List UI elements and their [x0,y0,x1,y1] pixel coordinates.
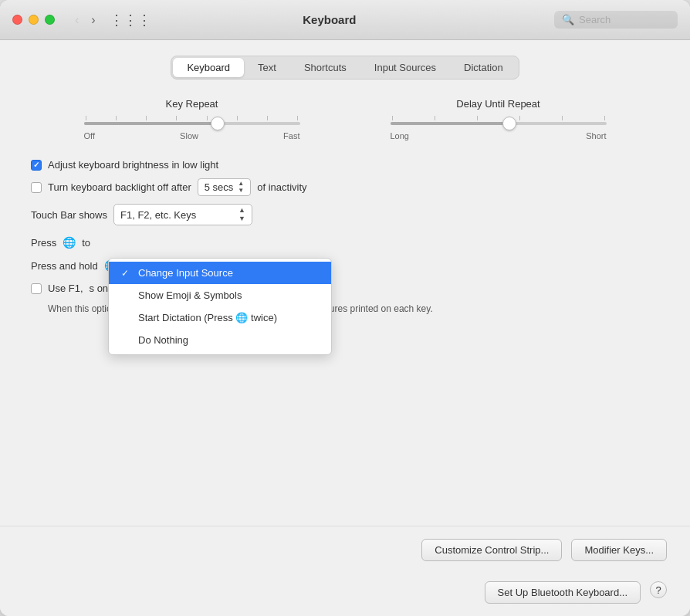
key-repeat-slow: Slow [180,131,198,140]
delay-repeat-slider-container [391,116,607,125]
tab-shortcuts[interactable]: Shortcuts [290,58,360,77]
dropdown-item-label: Do Nothing [138,334,188,346]
backlight-value: 5 secs [205,181,234,193]
key-repeat-slider-labels: Off Slow Fast [84,131,300,140]
tick [562,116,563,120]
bottom-buttons: Customize Control Strip... Modifier Keys… [0,526,690,574]
chevron-up-icon: ▲ [238,207,245,214]
keyboard-preferences-window: ‹ › ⋮⋮⋮ Keyboard 🔍 Keyboard Text Shortcu… [0,0,690,616]
key-repeat-fill [84,122,218,125]
delay-repeat-slider-labels: Long Short [391,131,607,140]
press-globe-row: Press 🌐 to ✓ Change Input Source Show Em… [31,236,659,249]
dropdown-chevron-icon: ▲ ▼ [238,207,245,222]
backlight-suffix: of inactivity [257,181,306,193]
footer-row: Set Up Bluetooth Keyboard... ? [0,574,690,616]
dropdown-item-label: Change Input Source [138,267,233,279]
brightness-checkbox[interactable] [31,160,42,171]
key-repeat-slider-container [84,116,300,125]
window-title: Keyboard [105,13,554,26]
tab-dictation[interactable]: Dictation [450,58,517,77]
key-repeat-fast: Fast [283,131,299,140]
tick [146,116,147,120]
delay-repeat-ticks [391,116,607,120]
delay-repeat-group: Delay Until Repeat [391,98,607,140]
modifier-keys-button[interactable]: Modifier Keys... [571,539,667,561]
delay-repeat-long: Long [391,131,409,140]
tick [176,116,177,120]
touch-bar-row: Touch Bar shows F1, F2, etc. Keys ▲ ▼ [31,204,659,225]
stepper-arrows: ▲ ▼ [238,181,244,194]
touch-bar-value: F1, F2, etc. Keys [120,209,196,221]
tick [392,116,393,120]
globe-icon: 🌐 [63,236,76,249]
dropdown-item-label: Start Dictation (Press 🌐 twice) [138,312,277,323]
touch-bar-dropdown[interactable]: F1, F2, etc. Keys ▲ ▼ [113,204,252,225]
titlebar: ‹ › ⋮⋮⋮ Keyboard 🔍 [0,0,690,40]
maximize-button[interactable] [45,15,55,25]
tab-keyboard[interactable]: Keyboard [173,58,244,77]
touch-bar-label: Touch Bar shows [31,209,107,221]
key-repeat-thumb[interactable] [211,117,225,130]
customize-control-strip-button[interactable]: Customize Control Strip... [421,539,562,561]
fn-label: Use F1, [48,283,83,294]
backlight-row: Turn keyboard backlight off after 5 secs… [31,178,659,196]
tick [267,116,268,120]
tick [297,116,298,120]
dropdown-item-do-nothing[interactable]: Do Nothing [109,329,331,351]
dropdown-item-change-input[interactable]: ✓ Change Input Source [109,262,331,284]
back-button[interactable]: ‹ [70,12,83,29]
key-repeat-track[interactable] [84,122,300,125]
tick [477,116,478,120]
key-repeat-group: Key Repeat [84,98,300,140]
key-repeat-label: Key Repeat [166,98,218,110]
forward-button[interactable]: › [86,12,100,29]
search-input[interactable] [579,14,671,25]
brightness-row: Adjust keyboard brightness in low light [31,159,659,171]
stepper-down-icon[interactable]: ▼ [238,188,244,194]
nav-arrows: ‹ › [70,12,100,29]
traffic-lights [12,15,55,25]
dropdown-item-emoji[interactable]: Show Emoji & Symbols [109,284,331,306]
search-box[interactable]: 🔍 [554,11,678,29]
settings-section: Adjust keyboard brightness in low light … [23,159,667,316]
tick [86,116,86,120]
bluetooth-keyboard-button[interactable]: Set Up Bluetooth Keyboard... [485,581,641,604]
tick [435,116,435,120]
backlight-label: Turn keyboard backlight off after [48,181,191,193]
dropdown-item-label: Show Emoji & Symbols [138,289,242,301]
tick [604,116,605,120]
delay-repeat-thumb[interactable] [502,117,516,130]
help-button[interactable]: ? [650,581,667,598]
tick [237,116,238,120]
tick [519,116,520,120]
stepper-up-icon[interactable]: ▲ [238,181,244,187]
delay-repeat-fill [391,122,509,125]
tabs: Keyboard Text Shortcuts Input Sources Di… [23,56,667,80]
brightness-label: Adjust keyboard brightness in low light [48,159,218,171]
key-repeat-off: Off [84,131,95,140]
backlight-stepper[interactable]: 5 secs ▲ ▼ [198,178,252,196]
press-globe-suffix: to [82,237,90,249]
backlight-checkbox[interactable] [31,182,42,193]
delay-repeat-short: Short [586,131,606,140]
search-icon: 🔍 [562,14,574,25]
press-globe-label: Press [31,237,56,249]
tab-bar: Keyboard Text Shortcuts Input Sources Di… [171,56,519,80]
delay-repeat-label: Delay Until Repeat [456,98,539,110]
key-repeat-ticks [84,116,300,120]
close-button[interactable] [12,15,22,25]
fn-checkbox[interactable] [31,283,42,294]
press-hold-label: Press and hold [31,260,98,272]
delay-repeat-track[interactable] [391,122,607,125]
tick [116,116,117,120]
check-mark-icon: ✓ [121,268,132,279]
minimize-button[interactable] [29,15,39,25]
tab-text[interactable]: Text [244,58,290,77]
press-globe-dropdown-menu: ✓ Change Input Source Show Emoji & Symbo… [108,258,332,355]
tab-input-sources[interactable]: Input Sources [360,58,450,77]
sliders-row: Key Repeat [23,98,667,140]
tick [207,116,208,120]
dropdown-item-dictation[interactable]: Start Dictation (Press 🌐 twice) [109,306,331,329]
chevron-down-icon: ▼ [238,215,245,222]
content-area: Keyboard Text Shortcuts Input Sources Di… [0,40,690,526]
